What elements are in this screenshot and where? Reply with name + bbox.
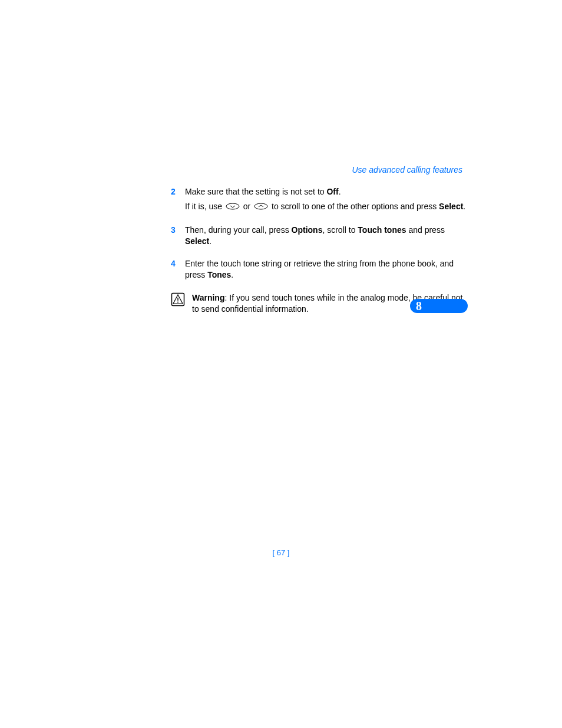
step-body: Make sure that the setting is not set to… — [185, 186, 468, 216]
text: . — [209, 236, 211, 246]
scroll-up-key-icon — [254, 202, 268, 213]
step-number: 4 — [171, 258, 185, 284]
text: . — [463, 202, 465, 211]
step-body: Enter the touch tone string or retrieve … — [185, 258, 468, 284]
text: to scroll to one of the other options an… — [269, 202, 439, 211]
step-body: Then, during your call, press Options, s… — [185, 225, 468, 251]
section-header: Use advanced calling features — [171, 165, 468, 174]
chapter-tab: 8 — [410, 299, 468, 313]
bold-text: Off — [326, 187, 338, 196]
bold-text: Options — [292, 225, 323, 235]
page-number: [ 67 ] — [0, 548, 562, 557]
warning-label: Warning — [192, 293, 224, 302]
text: . — [231, 270, 233, 279]
svg-point-0 — [226, 203, 239, 209]
bold-text: Tones — [207, 270, 231, 279]
page-content: Use advanced calling features 2 Make sur… — [171, 165, 468, 315]
text: and press — [406, 225, 445, 235]
text: . — [339, 187, 341, 196]
step-item: 3 Then, during your call, press Options,… — [171, 225, 468, 251]
bold-text: Select — [185, 236, 209, 246]
chapter-number: 8 — [416, 299, 422, 313]
bold-text: Touch tones — [358, 225, 406, 235]
step-item: 4 Enter the touch tone string or retriev… — [171, 258, 468, 284]
step-number: 3 — [171, 225, 185, 251]
bold-text: Select — [439, 202, 463, 211]
warning-icon — [171, 292, 185, 309]
text: , scroll to — [322, 225, 358, 235]
text: Then, during your call, press — [185, 225, 292, 235]
svg-point-4 — [177, 302, 178, 303]
text: or — [241, 202, 253, 211]
svg-point-1 — [254, 203, 267, 209]
step-item: 2 Make sure that the setting is not set … — [171, 186, 468, 216]
text: Make sure that the setting is not set to — [185, 187, 326, 196]
text: If it is, use — [185, 202, 224, 211]
step-number: 2 — [171, 186, 185, 216]
scroll-down-key-icon — [226, 202, 240, 213]
